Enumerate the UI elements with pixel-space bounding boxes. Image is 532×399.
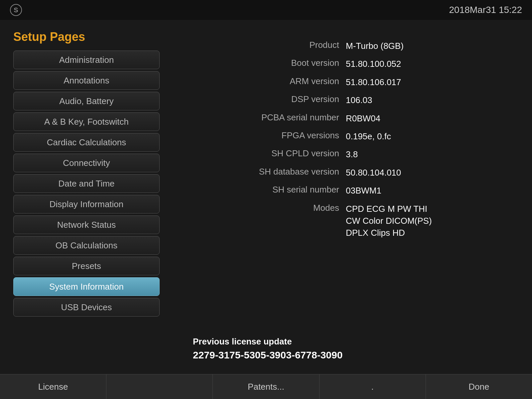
sidebar-item-date-and-time[interactable]: Date and Time (13, 174, 160, 193)
sidebar-item-cardiac-calculations[interactable]: Cardiac Calculations (13, 133, 160, 152)
license-label: Previous license update (193, 336, 512, 347)
logo-icon: S (10, 4, 22, 16)
bottom-btn-empty[interactable] (106, 374, 213, 399)
sidebar-item-network-status[interactable]: Network Status (13, 215, 160, 234)
info-row: PCBA serial numberR0BW04 (193, 112, 512, 124)
sidebar-item-connectivity[interactable]: Connectivity (13, 154, 160, 172)
info-label: PCBA serial number (193, 112, 346, 123)
bottom-btn-License[interactable]: License (0, 374, 106, 399)
info-label: Boot version (193, 58, 346, 68)
info-label: SH serial number (193, 185, 346, 195)
info-table: ProductM-Turbo (8GB)Boot version51.80.10… (193, 40, 512, 239)
info-value: CPD ECG M PW THICW Color DICOM(PS)DPLX C… (346, 203, 432, 239)
bottom-btn-Done[interactable]: Done (426, 374, 532, 399)
info-row: SH CPLD version3.8 (193, 148, 512, 160)
sidebar-item-usb-devices[interactable]: USB Devices (13, 298, 160, 317)
info-value: 106.03 (346, 94, 372, 106)
info-label: FPGA versions (193, 130, 346, 141)
info-row: SH database version50.80.104.010 (193, 167, 512, 179)
bottom-bar: LicensePatents....Done (0, 374, 532, 399)
bottom-btn-Patents...[interactable]: Patents... (213, 374, 319, 399)
info-row: ARM version51.80.106.017 (193, 76, 512, 88)
info-row: ProductM-Turbo (8GB) (193, 40, 512, 52)
info-label: DSP version (193, 94, 346, 104)
info-value: 51.80.100.052 (346, 58, 401, 70)
info-label: SH CPLD version (193, 148, 346, 159)
sidebar-item-ob-calculations[interactable]: OB Calculations (13, 236, 160, 255)
info-row: ModesCPD ECG M PW THICW Color DICOM(PS)D… (193, 203, 512, 239)
info-value: 3.8 (346, 148, 358, 160)
info-row: DSP version106.03 (193, 94, 512, 106)
info-value: 50.80.104.010 (346, 167, 401, 179)
datetime: 2018Mar31 15:22 (449, 5, 522, 15)
sidebar-item-presets[interactable]: Presets (13, 257, 160, 275)
sidebar-item-administration[interactable]: Administration (13, 51, 160, 69)
info-row: Boot version51.80.100.052 (193, 58, 512, 70)
sidebar-item-annotations[interactable]: Annotations (13, 71, 160, 90)
info-row: SH serial number03BWM1 (193, 185, 512, 197)
main-content: Setup Pages AdministrationAnnotationsAud… (0, 20, 532, 374)
license-code: 2279-3175-5305-3903-6778-3090 (193, 349, 512, 361)
info-label: ARM version (193, 76, 346, 86)
sidebar: Setup Pages AdministrationAnnotationsAud… (0, 20, 173, 374)
top-bar: S 2018Mar31 15:22 (0, 0, 532, 20)
info-row: FPGA versions0.195e, 0.fc (193, 130, 512, 142)
info-value: 51.80.106.017 (346, 76, 401, 88)
sidebar-item-a---b-key--footswitch[interactable]: A & B Key, Footswitch (13, 112, 160, 131)
bottom-btn-.[interactable]: . (320, 374, 426, 399)
sidebar-title: Setup Pages (13, 30, 160, 44)
info-label: Product (193, 40, 346, 50)
info-label: Modes (193, 203, 346, 213)
info-label: SH database version (193, 167, 346, 177)
sidebar-item-display-information[interactable]: Display Information (13, 195, 160, 213)
sidebar-item-audio--battery[interactable]: Audio, Battery (13, 92, 160, 110)
sidebar-item-system-information[interactable]: System Information (13, 277, 160, 296)
info-value: 0.195e, 0.fc (346, 130, 391, 142)
info-value: R0BW04 (346, 112, 380, 124)
info-value: M-Turbo (8GB) (346, 40, 404, 52)
info-value: 03BWM1 (346, 185, 381, 197)
license-section: Previous license update 2279-3175-5305-3… (193, 327, 512, 361)
info-panel: ProductM-Turbo (8GB)Boot version51.80.10… (173, 20, 532, 374)
